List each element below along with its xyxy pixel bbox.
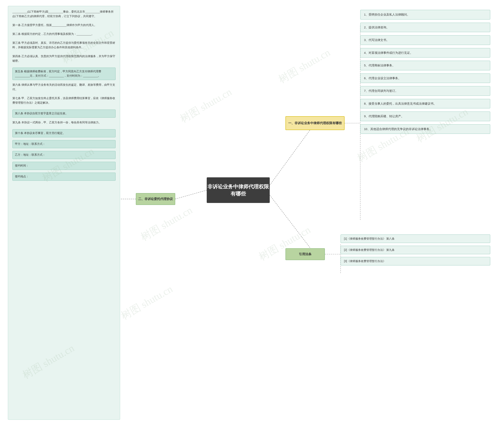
right-top-item-2: 3、代写法律文书。 bbox=[360, 35, 490, 45]
right-items-top-container: 1、受聘担任企业及私人法律顾问。2、提供法律咨询。3、代写法律文书。4、对某项法… bbox=[360, 10, 490, 137]
right-top-item-8: 9、代理陪购买楼、转让房产。 bbox=[360, 112, 490, 121]
left-document-panel: __________(以下简称甲方)因__________事由，委托北京市___… bbox=[8, 6, 120, 420]
center-node: 非诉讼业务中律师代理权限有哪些 bbox=[207, 177, 270, 203]
right-top-item-3: 4、对某项法律事件或行为进行见证。 bbox=[360, 48, 490, 58]
right-top-item-5: 6、代理企业设立法律事务。 bbox=[360, 74, 490, 83]
svg-line-2 bbox=[270, 123, 315, 185]
left-panel-box-14: 签约地点： bbox=[12, 173, 116, 181]
center-label: 非诉讼业务中律师代理权限有哪些 bbox=[207, 183, 270, 198]
left-panel-box-10: 第十条 本协议未尽事宜，双方另行规定。 bbox=[12, 129, 116, 137]
right-top-item-7: 8、接受当事人的委托，出具法律意见书或法律建议书。 bbox=[360, 99, 490, 109]
left-panel-section-2: 第二条 根据双方的约定，乙方的代理事项及权限为：__________。 bbox=[12, 32, 116, 37]
left-branch-node: 二、非诉讼委托代理协议 bbox=[136, 193, 175, 205]
right-bottom-item-0: [1]《律师服务收费管理暂行办法》 第八条 bbox=[341, 235, 490, 243]
right-top-item-4: 5、代理商标法律事务。 bbox=[360, 61, 490, 70]
left-panel-section-7: 第七条 甲、乙双方如发生终止委托关系，涉及律师费用结算事宜，应依《律师服务收费管… bbox=[12, 96, 116, 105]
right-bottom-item-2: [3]《律师服务收费管理暂行办法》 bbox=[341, 257, 490, 265]
left-branch-label: 二、非诉讼委托代理协议 bbox=[138, 197, 173, 201]
watermark-3: 树图 shutu.cn bbox=[138, 203, 195, 244]
right-branch-bottom-label: 引用法条 bbox=[299, 252, 311, 256]
right-top-item-1: 2、提供法律咨询。 bbox=[360, 23, 490, 32]
left-panel-box-13: 签约时间： bbox=[12, 162, 116, 170]
left-panel-section-9: 第九条 本协议一式两份，甲、乙双方各持一份，每份具有同等法律效力。 bbox=[12, 120, 116, 125]
left-panel-box-5: 第五条 根据律师收费标准，双方约定，甲方同意向乙方支付律师代理费________… bbox=[12, 68, 116, 80]
watermark-1: 树图 shutu.cn bbox=[178, 85, 234, 126]
right-top-item-9: 10、其他适合律师代理的无争议的非诉讼法律事务。 bbox=[360, 124, 490, 134]
left-panel-section-6: 第六条 律师从事与甲方业务有关的活动而发生的鉴定、翻译、差旅等费用，由甲方支付。 bbox=[12, 83, 116, 92]
left-panel-box-8: 第八条 本协议自双方签字盖章之日起生效。 bbox=[12, 110, 116, 118]
right-top-item-6: 7、代理合同谈判与签订。 bbox=[360, 86, 490, 96]
left-panel-section-3: 第三条 甲方必须及时、真实、详尽的向乙方提供与委托事项有关的全部文件和背景材料，… bbox=[12, 41, 116, 50]
right-branch-bottom-node: 引用法条 bbox=[285, 248, 325, 260]
left-panel-box-11: 甲方：地址：联系方式： bbox=[12, 140, 116, 148]
left-panel-section-4: 第四条 乙方必须认真、负责的为甲方提供代理权限范围内的法律服务，并为甲方保守秘密… bbox=[12, 54, 116, 63]
left-panel-box-12: 乙方：地址：联系方式： bbox=[12, 151, 116, 159]
right-items-bottom-container: [1]《律师服务收费管理暂行办法》 第八条[2]《律师服务收费管理暂行办法》 第… bbox=[341, 235, 490, 268]
right-branch-top-label: 一、非诉讼业务中律师代理权限有哪些 bbox=[288, 121, 342, 125]
left-panel-section-1: 第一条 乙方接受甲方委托，指派__________律师作为甲方的代理人。 bbox=[12, 23, 116, 28]
right-top-item-0: 1、受聘担任企业及私人法律顾问。 bbox=[360, 10, 490, 20]
watermark-4: 树图 shutu.cn bbox=[276, 46, 333, 86]
svg-line-3 bbox=[270, 195, 315, 254]
svg-line-0 bbox=[175, 190, 207, 199]
left-panel-section-0: __________(以下简称甲方)因__________事由，委托北京市___… bbox=[12, 10, 116, 19]
right-bottom-item-1: [2]《律师服务收费管理暂行办法》 第九条 bbox=[341, 246, 490, 254]
watermark-7: 树图 shutu.cn bbox=[119, 282, 175, 323]
right-branch-top-node: 一、非诉讼业务中律师代理权限有哪些 bbox=[285, 116, 345, 130]
